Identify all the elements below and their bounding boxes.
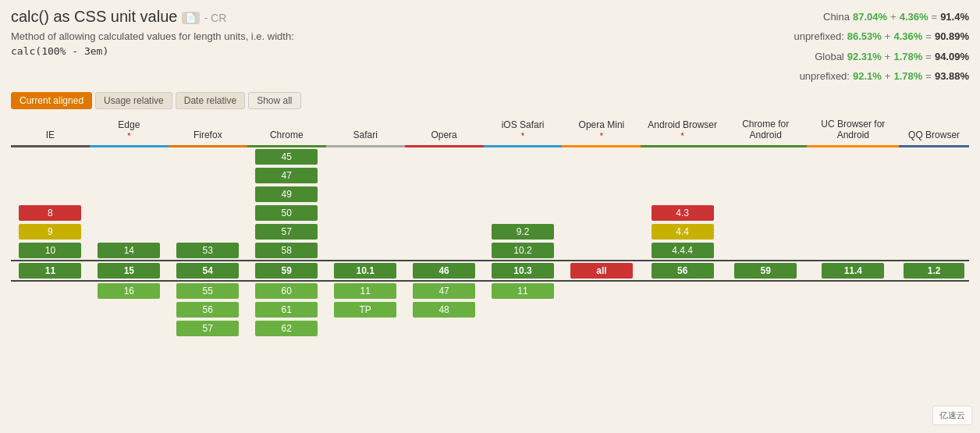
chrome-android-cell — [724, 222, 808, 241]
version-badge: 54 — [176, 263, 239, 279]
china-total: 91.4% — [940, 8, 969, 26]
china-unprefixed-label: unprefixed: — [774, 27, 844, 45]
table-row: 8 50 4.3 — [11, 204, 969, 222]
chrome-cell: 59 — [247, 261, 326, 281]
th-qq-browser: QQ Browser — [899, 115, 969, 147]
th-ie: IE — [11, 115, 90, 147]
edge-asterisk: * — [127, 131, 130, 140]
global-val1: 92.31% — [847, 48, 882, 66]
android-cell: 56 — [641, 261, 724, 281]
chrome-android-cell — [724, 319, 808, 338]
global-unprefixed-row: unprefixed: 92.1% + 1.78% = 93.88% — [719, 67, 969, 85]
qq-browser-label: QQ Browser — [908, 130, 960, 140]
opera-cell — [405, 319, 484, 338]
version-badge: 9.2 — [492, 224, 554, 240]
chrome-android-label: Chrome for Android — [726, 119, 806, 140]
uc-cell: 11.4 — [807, 261, 899, 281]
version-badge: 10 — [19, 243, 81, 258]
version-badge: 11.4 — [822, 263, 884, 279]
ie-cell — [11, 166, 90, 185]
tab-current-aligned[interactable]: Current aligned — [11, 92, 92, 109]
version-badge: 10.1 — [334, 263, 396, 279]
chrome-android-cell — [724, 146, 808, 166]
edge-cell: 16 — [90, 281, 169, 300]
stats-panel: China 87.04% + 4.36% = 91.4% unprefixed:… — [719, 8, 969, 87]
android-cell — [641, 166, 724, 185]
chrome-cell: 57 — [247, 222, 326, 241]
ios-safari-label: iOS Safari — [502, 119, 545, 130]
android-browser-label: Android Browser — [648, 119, 717, 130]
global-unprefixed-label: unprefixed: — [779, 67, 850, 85]
version-badge: 47 — [255, 168, 318, 183]
version-badge: 10.3 — [492, 263, 554, 279]
uc-cell — [807, 166, 899, 185]
version-badge: 61 — [255, 302, 318, 318]
tab-date-relative[interactable]: Date relative — [176, 92, 245, 109]
ios-safari-cell — [484, 204, 563, 222]
compatibility-table: IE Edge * Firefox Chrome Safari Opera iO… — [11, 115, 969, 338]
china-eq: = — [932, 8, 938, 26]
ios-safari-asterisk: * — [521, 131, 524, 140]
uc-cell — [807, 204, 899, 222]
ie-cell — [11, 281, 90, 300]
global-plus: + — [885, 48, 891, 66]
version-badge: all — [570, 263, 633, 279]
ios-safari-cell: 10.3 — [484, 261, 563, 281]
android-cell: 4.4.4 — [641, 241, 724, 261]
version-badge: 16 — [98, 283, 160, 299]
safari-cell — [326, 166, 405, 185]
table-row: 49 — [11, 185, 969, 204]
china-unprefixed-row: unprefixed: 86.53% + 4.36% = 90.89% — [719, 27, 969, 45]
edge-label: Edge — [118, 119, 140, 130]
filter-tabs: Current aligned Usage relative Date rela… — [11, 92, 969, 109]
global-upfx-total: 93.88% — [935, 67, 969, 85]
version-badge: 45 — [255, 149, 318, 165]
china-plus: + — [890, 8, 897, 26]
chrome-android-cell — [724, 185, 808, 204]
china-upfx-total: 90.89% — [935, 27, 969, 45]
opera-cell — [405, 204, 484, 222]
safari-cell — [326, 146, 405, 166]
android-cell — [641, 319, 724, 338]
opera-mini-cell — [562, 146, 641, 166]
chrome-cell: 60 — [247, 281, 326, 300]
tab-usage-relative[interactable]: Usage relative — [95, 92, 172, 109]
chrome-cell: 58 — [247, 241, 326, 261]
title-text: calc() as CSS unit value — [11, 8, 177, 25]
global-upfx-plus: + — [885, 67, 891, 85]
table-row: 57 62 — [11, 319, 969, 338]
android-cell — [641, 146, 724, 166]
safari-label: Safari — [353, 130, 377, 140]
chrome-android-cell: 59 — [724, 261, 808, 281]
tab-show-all[interactable]: Show all — [248, 92, 300, 109]
china-label: China — [779, 8, 850, 26]
opera-mini-cell — [562, 319, 641, 338]
version-badge: TP — [334, 302, 396, 318]
qq-cell — [899, 222, 969, 241]
opera-mini-cell — [562, 204, 641, 222]
th-safari: Safari — [326, 115, 405, 147]
opera-cell — [405, 222, 484, 241]
ios-safari-cell — [484, 319, 563, 338]
version-badge: 57 — [176, 321, 239, 336]
android-cell — [641, 185, 724, 204]
version-badge: 62 — [255, 321, 318, 336]
current-version-row: 11 15 54 59 10.1 46 10.3 all 56 59 11.4 … — [11, 261, 969, 281]
version-badge: 4.4.4 — [652, 243, 714, 258]
ios-safari-cell: 10.2 — [484, 241, 563, 261]
safari-cell — [326, 222, 405, 241]
ie-cell: 8 — [11, 204, 90, 222]
version-badge: 53 — [176, 243, 239, 258]
firefox-cell: 55 — [169, 281, 247, 300]
firefox-cell — [169, 185, 247, 204]
version-badge: 59 — [255, 263, 318, 279]
ios-safari-cell — [484, 185, 563, 204]
table-row: 45 — [11, 146, 969, 166]
ios-safari-cell — [484, 146, 563, 166]
version-badge: 46 — [413, 263, 475, 279]
safari-cell — [326, 241, 405, 261]
version-badge: 50 — [255, 205, 318, 221]
android-cell — [641, 300, 724, 319]
version-badge: 60 — [255, 283, 318, 299]
safari-cell — [326, 185, 405, 204]
